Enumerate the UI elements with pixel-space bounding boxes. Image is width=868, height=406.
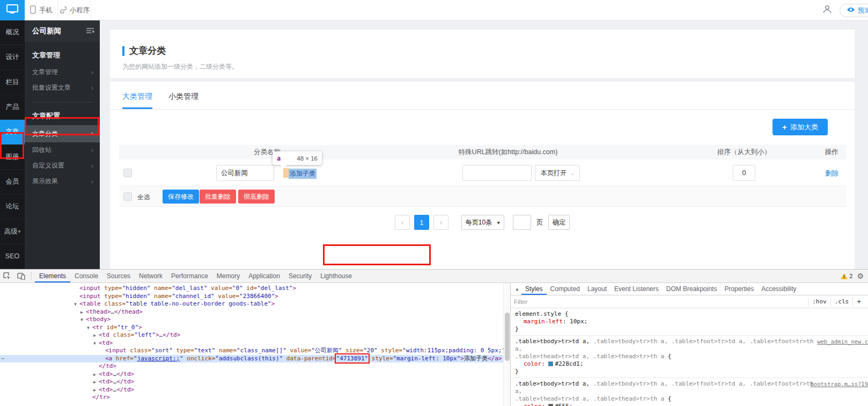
tab-pc[interactable]	[0, 0, 25, 20]
dom-node[interactable]: </td>	[0, 363, 503, 371]
tab-mobile[interactable]: 手机	[25, 0, 58, 20]
page-size-select[interactable]: 每页10条 ▾	[461, 215, 504, 230]
devtools-tab-performance[interactable]: Performance	[167, 270, 212, 282]
collapse-arrow-icon[interactable]: ▶	[93, 332, 99, 340]
element-class-toggle[interactable]: .cls	[830, 298, 853, 306]
device-toolbar-icon[interactable]	[14, 270, 28, 282]
dom-node[interactable]: ▼<tbody>	[0, 316, 503, 324]
collapse-sidebar-icon[interactable]	[86, 27, 94, 35]
page-number[interactable]: 1	[414, 215, 429, 230]
selected-dom-node[interactable]: ⋯<a href="javascript:;" onclick="addsubc…	[0, 355, 503, 363]
styles-tab-dom-breakpoints[interactable]: DOM Breakpoints	[663, 283, 721, 295]
dom-node[interactable]: ▶<td>…</td>	[0, 371, 503, 379]
css-property[interactable]: color: #228cd1;	[515, 360, 866, 368]
sidebar-item-设计[interactable]: 设计	[0, 45, 25, 70]
submenu-item-文章管理[interactable]: 文章管理›	[25, 64, 100, 80]
devtools-tab-sources[interactable]: Sources	[102, 270, 135, 282]
devtools-tab-memory[interactable]: Memory	[212, 270, 244, 282]
styles-tab-accessibility[interactable]: Accessibility	[757, 283, 800, 295]
pseudo-state-toggle[interactable]: :hov	[808, 298, 830, 306]
sidebar-item-会员[interactable]: 会员	[0, 170, 25, 194]
collapse-arrow-icon[interactable]: ▶	[93, 379, 99, 387]
submenu-item-文章分类[interactable]: 文章分类›	[25, 125, 100, 142]
sidebar-item-高级[interactable]: 高级▾	[0, 219, 25, 244]
css-property[interactable]: color: #555;	[515, 403, 866, 406]
dom-node[interactable]: ▶<td>…</td>	[0, 386, 503, 394]
styles-tab-event-listeners[interactable]: Event Listeners	[610, 283, 663, 295]
delete-link[interactable]: 删除	[825, 169, 838, 178]
sidebar-item-概况[interactable]: 概况	[0, 20, 25, 45]
styles-tab-properties[interactable]: Properties	[720, 283, 757, 295]
scrollbar-thumb[interactable]	[505, 313, 510, 361]
next-page-button[interactable]: ›	[433, 215, 448, 230]
devtools-tab-lighthouse[interactable]: Lighthouse	[316, 270, 356, 282]
goto-page-input[interactable]	[513, 215, 531, 230]
category-name-input[interactable]	[216, 165, 274, 181]
dom-node[interactable]: ▼<table class="table table-no-outer-bord…	[0, 300, 503, 308]
tab-小类管理[interactable]: 小类管理	[168, 92, 198, 109]
row-checkbox[interactable]	[123, 169, 132, 177]
submenu-item-回收站[interactable]: 回收站›	[25, 142, 100, 158]
devtools-tab-elements[interactable]: Elements	[35, 270, 70, 282]
prev-page-button[interactable]: ‹	[395, 215, 410, 230]
more-actions-icon[interactable]: ⋯	[1, 355, 4, 363]
styles-tab-computed[interactable]: Computed	[547, 283, 584, 295]
styles-filter-input[interactable]: Filter	[514, 299, 808, 305]
elements-scrollbar[interactable]	[503, 283, 510, 406]
batch-delete-button[interactable]: 批量删除	[200, 190, 236, 204]
dom-node[interactable]: </tr>	[0, 394, 503, 402]
submenu-item-展示效果[interactable]: 展示效果›	[25, 173, 100, 189]
add-subclass-link[interactable]: 添加子类	[289, 169, 317, 179]
collapse-arrow-icon[interactable]: ▶	[80, 309, 86, 317]
tab-大类管理[interactable]: 大类管理	[122, 92, 152, 109]
confirm-page-button[interactable]: 确定	[548, 215, 570, 230]
dom-node[interactable]: <input class="sort" type="text" name="cl…	[0, 347, 503, 355]
dom-node[interactable]: ▼<td>	[0, 339, 503, 347]
styles-tab-styles[interactable]: Styles	[521, 283, 547, 295]
submenu-item-自定义设置[interactable]: 自定义设置›	[25, 158, 100, 173]
dom-node[interactable]: <input type="hidden" name="del_last" val…	[0, 285, 503, 293]
expand-arrow-icon[interactable]: ▼	[74, 301, 79, 309]
stylesheet-source-link[interactable]: bootstrap.m…ss?19	[811, 380, 868, 388]
devtools-tab-application[interactable]: Application	[244, 270, 284, 282]
expand-arrow-icon[interactable]: ▼	[93, 340, 99, 348]
dom-node[interactable]: ▶<td>…</td>	[0, 378, 503, 386]
add-major-category-button[interactable]: + 添加大类	[773, 119, 828, 135]
sidebar-item-文章[interactable]: 文章	[0, 120, 25, 144]
settings-gear-icon[interactable]: ⚙	[857, 272, 864, 280]
sort-input[interactable]	[733, 165, 755, 181]
devtools-tab-network[interactable]: Network	[135, 270, 167, 282]
submenu-item-批量设置文章[interactable]: 批量设置文章›	[25, 80, 100, 96]
color-swatch[interactable]	[548, 361, 553, 366]
save-changes-button[interactable]: 保存修改	[163, 190, 199, 204]
sidebar-item-产品[interactable]: 产品	[0, 95, 25, 120]
sidebar-item-栏目[interactable]: 栏目	[0, 70, 25, 95]
color-swatch[interactable]	[548, 404, 553, 406]
dom-node[interactable]: ▶<td class="left">…</td>	[0, 331, 503, 339]
css-property[interactable]: margin-left: 10px;	[515, 318, 866, 325]
sidebar-item-SEO[interactable]: SEO	[0, 244, 25, 269]
collapse-arrow-icon[interactable]: ▶	[93, 371, 99, 379]
complete-delete-button[interactable]: 彻底删除	[238, 190, 275, 204]
dom-node[interactable]: <input type="hidden" name="channel_id" v…	[0, 293, 503, 301]
new-style-rule-button[interactable]: +	[852, 298, 865, 306]
dom-node[interactable]: ▶<thead>…</thead>	[0, 308, 503, 316]
collapse-arrow-icon[interactable]: ▶	[93, 387, 99, 395]
preview-button[interactable]: 预览	[840, 4, 868, 17]
open-mode-select[interactable]: 本页打开 ⌄	[535, 165, 580, 181]
expand-arrow-icon[interactable]: ▼	[80, 316, 86, 324]
expand-arrow-icon[interactable]: ▼	[87, 324, 92, 332]
inspect-element-icon[interactable]	[0, 270, 14, 282]
styles-tab-layout[interactable]: Layout	[584, 283, 610, 295]
tab-miniprogram[interactable]: 小程序	[58, 0, 91, 20]
stylesheet-source-link[interactable]: web_admin_new.c	[817, 338, 868, 345]
devtools-tab-security[interactable]: Security	[284, 270, 316, 282]
user-icon[interactable]	[822, 4, 832, 16]
select-all-checkbox[interactable]	[123, 192, 132, 201]
panel-toggle-icon[interactable]: ▲	[515, 287, 519, 292]
special-url-input[interactable]	[462, 165, 532, 181]
devtools-tab-console[interactable]: Console	[70, 270, 102, 282]
dom-node[interactable]: ▼<tr id="tr_0">	[0, 324, 503, 332]
sidebar-item-图册[interactable]: 图册	[0, 144, 25, 169]
warning-badge[interactable]: 2	[841, 273, 852, 279]
